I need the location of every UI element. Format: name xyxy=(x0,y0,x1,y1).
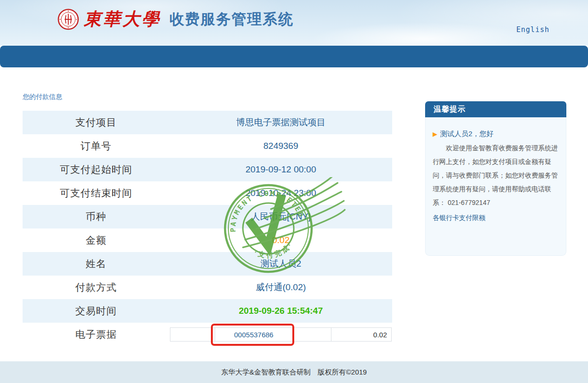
row-value: 人民币元[CNY] xyxy=(169,211,392,223)
payment-result-page: 東華大學 收费服务管理系统 English 您的付款信息 支付项目 博思电子票据… xyxy=(0,0,588,383)
tips-sidebar-title: 温馨提示 xyxy=(425,101,566,117)
page-footer: 东华大学&金智教育联合研制 版权所有©2019 xyxy=(0,361,588,383)
system-title: 收费服务管理系统 xyxy=(169,9,294,29)
university-seal-icon xyxy=(57,8,79,30)
amount-value: 0.02 xyxy=(169,235,392,245)
table-row-transaction-time: 交易时间 2019-09-26 15:54:47 xyxy=(23,299,392,323)
table-row-amount: 金额 0.02 xyxy=(23,228,392,252)
row-value: 威付通(0.02) xyxy=(169,281,392,293)
table-row-name: 姓名 测试人员2 xyxy=(23,252,392,276)
row-label: 付款方式 xyxy=(23,281,169,294)
bank-card-limit-link[interactable]: 各银行卡支付限额 xyxy=(433,214,485,221)
table-row-order-number: 订单号 8249369 xyxy=(23,134,392,158)
transaction-time-value: 2019-09-26 15:54:47 xyxy=(169,306,392,316)
payment-info-table: 支付项目 博思电子票据测试项目 订单号 8249369 可支付起始时间 2019… xyxy=(23,111,392,346)
tips-sidebar-body: ▶ 测试人员2，您好 欢迎使用金智教育收费服务管理系统进行网上支付，如您对支付项… xyxy=(425,117,566,256)
row-label: 金额 xyxy=(23,234,169,247)
row-label: 姓名 xyxy=(23,257,169,270)
tips-sidebar: 温馨提示 ▶ 测试人员2，您好 欢迎使用金智教育收费服务管理系统进行网上支付，如… xyxy=(425,101,566,256)
greeting-text: 测试人员2，您好 xyxy=(440,130,493,139)
english-language-link[interactable]: English xyxy=(516,25,549,34)
e-bill-cell-empty xyxy=(293,328,331,341)
table-row-e-bill: 电子票据 0005537686 0.02 xyxy=(23,323,392,346)
row-value: 博思电子票据测试项目 xyxy=(169,116,392,129)
table-row-pay-end-time: 可支付结束时间 2019-10-24 23:00 xyxy=(23,181,392,205)
row-value: 测试人员2 xyxy=(169,258,392,270)
e-bill-amount-cell: 0.02 xyxy=(331,328,391,341)
row-value: 8249369 xyxy=(169,141,392,151)
row-label: 可支付起始时间 xyxy=(23,163,169,176)
e-bill-number-cell[interactable]: 0005537686 xyxy=(215,328,293,341)
university-name: 東華大學 xyxy=(84,8,161,31)
row-label: 电子票据 xyxy=(23,328,169,341)
brand-area: 東華大學 收费服务管理系统 xyxy=(57,8,294,31)
table-row-pay-item: 支付项目 博思电子票据测试项目 xyxy=(23,111,392,134)
e-bill-table-wrap: 0005537686 0.02 xyxy=(169,327,392,342)
main-navbar xyxy=(0,46,588,67)
row-label: 订单号 xyxy=(23,139,169,153)
e-bill-table: 0005537686 0.02 xyxy=(170,327,392,342)
tips-paragraph: 欢迎使用金智教育收费服务管理系统进行网上支付，如您对支付项目或金额有疑问，请与收… xyxy=(433,141,559,210)
page-header: 東華大學 收费服务管理系统 English xyxy=(0,0,588,46)
row-label: 交易时间 xyxy=(23,304,169,318)
row-label: 币种 xyxy=(23,210,169,223)
arrow-right-icon: ▶ xyxy=(433,131,437,137)
greeting-line: ▶ 测试人员2，您好 xyxy=(433,130,559,139)
table-row-currency: 币种 人民币元[CNY] xyxy=(23,205,392,228)
row-value: 2019-10-24 23:00 xyxy=(169,188,392,198)
table-row-pay-start-time: 可支付起始时间 2019-09-12 00:00 xyxy=(23,158,392,181)
row-label: 支付项目 xyxy=(23,116,169,129)
payment-info-section-title: 您的付款信息 xyxy=(23,93,62,101)
table-row-pay-method: 付款方式 威付通(0.02) xyxy=(23,276,392,299)
row-value: 2019-09-12 00:00 xyxy=(169,164,392,175)
row-label: 可支付结束时间 xyxy=(23,187,169,200)
e-bill-number[interactable]: 0005537686 xyxy=(234,331,273,339)
e-bill-cell-empty xyxy=(170,328,215,341)
